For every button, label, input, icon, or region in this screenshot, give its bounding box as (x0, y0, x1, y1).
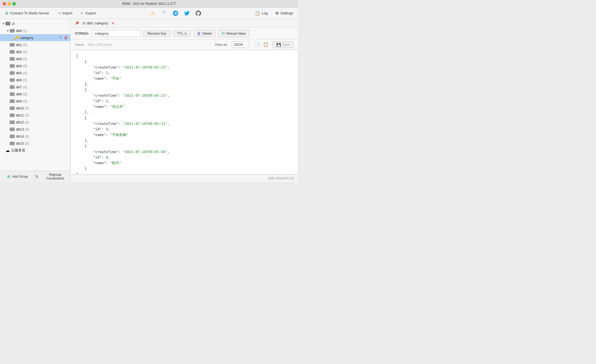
json-bracket: } (76, 167, 87, 171)
tree-node-db13[interactable]: db13 (0) (0, 126, 70, 133)
github-icon[interactable] (195, 10, 201, 16)
tree-node-db1[interactable]: db1 (0) (0, 41, 70, 48)
tree-node-db8[interactable]: db8 (0) (0, 90, 70, 98)
database-icon (10, 57, 15, 61)
expand-arrow-db0-icon: ▼ (7, 29, 10, 32)
json-line: }, (76, 110, 292, 115)
export-button[interactable]: ⇤ Export (79, 10, 98, 16)
close-key-button[interactable]: ✕ (111, 21, 115, 25)
plus-circle-icon: ⊕ (5, 11, 8, 16)
warning-icon[interactable]: ⚠ (150, 10, 156, 16)
node-label-db7: db7 (0) (16, 85, 68, 89)
twitter-icon[interactable] (184, 10, 190, 16)
json-token-plain (76, 122, 93, 126)
json-token-plain: : (106, 133, 110, 137)
edit-key-button[interactable]: ✎ (59, 35, 63, 40)
ttl-button[interactable]: TTL:-1 (173, 30, 191, 37)
close-button[interactable] (3, 2, 6, 5)
json-line: }, (76, 138, 292, 144)
connect-label: Connect To Redis Server (10, 11, 49, 15)
format-view-button[interactable]: 📄 (254, 41, 261, 48)
tree-node-cloud[interactable]: ☁ 云服务器 (0, 147, 70, 154)
json-token-plain: : (119, 150, 123, 154)
key-icon: 🔑 (14, 35, 19, 40)
database-icon (10, 92, 15, 96)
tree-node-category[interactable]: 🔑 category ✎ 🗑 (0, 34, 70, 41)
sidebar: ▼ zl ▼ db0 (1) 🔑 category ✎ (0, 19, 70, 182)
add-group-button[interactable]: ⊕ Add Group (0, 171, 35, 182)
json-token-plain: : (102, 71, 106, 75)
settings-label: Settings (280, 11, 293, 15)
tree-node-db5[interactable]: db5 (0) (0, 69, 70, 76)
json-token-key: "name" (93, 76, 106, 80)
add-group-icon: ⊕ (7, 174, 11, 179)
json-token-key: "createTime" (93, 122, 119, 126)
tree-node-db2[interactable]: db2 (0) (0, 48, 70, 55)
key-name-input[interactable] (92, 30, 141, 37)
json-line: "createTime": "2021-07-10T09:05:12", (76, 65, 292, 70)
minimize-button[interactable] (8, 2, 11, 5)
tree-node-zl[interactable]: ▼ zl (0, 20, 70, 27)
json-line: { (76, 87, 292, 93)
log-button[interactable]: 📋 Log (253, 10, 269, 17)
json-token-key: "id" (93, 71, 102, 75)
view-as-select[interactable]: JSON Text HEX (231, 41, 249, 48)
json-bracket: [ (76, 54, 78, 58)
log-icon: 📋 (255, 11, 260, 16)
json-line: }, (76, 82, 292, 87)
json-token-plain (76, 105, 93, 109)
rename-key-button[interactable]: Rename Key (143, 30, 170, 37)
json-line: "createTime": "2021-07-10T09:05:31", (76, 121, 292, 127)
connect-to-redis-button[interactable]: ⊕ Connect To Redis Server (3, 9, 51, 17)
import-button[interactable]: ⇥ Import (56, 10, 74, 16)
node-label-db5: db5 (0) (16, 71, 68, 75)
delete-key-button[interactable]: 🗑 Delete (193, 30, 215, 37)
json-editor[interactable]: [ { "createTime": "2021-07-10T09:05:12",… (70, 50, 298, 174)
tree-node-db3[interactable]: db3 (0) (0, 55, 70, 62)
settings-button[interactable]: ⚙ Settings (274, 10, 295, 17)
server-icon (5, 22, 10, 25)
tree-node-db11[interactable]: db11 (0) (0, 112, 70, 119)
tree-node-db12[interactable]: db12 (0) (0, 119, 70, 126)
database-icon (10, 135, 15, 138)
json-line: "id": 3, (76, 126, 292, 132)
telegram-icon[interactable] (173, 10, 179, 16)
node-label-zl: zl (12, 22, 68, 26)
delete-label: Delete (202, 32, 212, 35)
regroup-connections-button[interactable]: ⇅ Regroup Connections (35, 171, 70, 182)
tree-node-db14[interactable]: db14 (0) (0, 133, 70, 140)
node-label-db15: db15 (0) (16, 141, 68, 145)
tree-node-db15[interactable]: db15 (0) (0, 140, 70, 147)
json-token-key: "id" (93, 155, 102, 159)
export-icon: ⇤ (81, 11, 84, 15)
json-line: ] (76, 172, 292, 174)
json-token-string: "2021-07-10T09:05:23" (123, 93, 167, 98)
tree-node-db6[interactable]: db6 (0) (0, 76, 70, 83)
json-token-plain (76, 133, 93, 137)
export-label: Export (86, 11, 96, 15)
import-label: Import (62, 11, 72, 15)
delete-key-button[interactable]: 🗑 (64, 35, 68, 40)
main-layout: ▼ zl ▼ db0 (1) 🔑 category ✎ (0, 19, 298, 182)
json-bracket: }, (76, 82, 89, 86)
maximize-button[interactable] (12, 2, 16, 5)
json-token-plain: , (108, 127, 110, 131)
tree-node-db10[interactable]: db10 (0) (0, 105, 70, 112)
node-label-category: category (20, 36, 59, 40)
toolbar-right: 📋 Log ⚙ Settings (253, 10, 295, 17)
toolbar: ⊕ Connect To Redis Server ⇥ Import ⇤ Exp… (0, 8, 298, 19)
tree-node-db7[interactable]: db7 (0) (0, 83, 70, 90)
tree-node-db0[interactable]: ▼ db0 (1) (0, 27, 70, 34)
save-button[interactable]: 💾 Save (272, 41, 294, 48)
json-bracket: }, (76, 138, 89, 142)
reload-value-button[interactable]: ↻ Reload Value (218, 30, 249, 37)
tree-node-db9[interactable]: db9 (0) (0, 98, 70, 105)
json-line: "createTime": "2021-07-10T09:05:23", (76, 93, 292, 99)
tree-node-db4[interactable]: db4 (0) (0, 62, 70, 69)
help-icon[interactable]: ? (161, 10, 167, 16)
raw-view-button[interactable]: 📋 (263, 41, 269, 48)
node-label-db13: db13 (0) (16, 127, 68, 131)
content-area: 📌 zl::db0::category ✕ STRING: Rename Key… (70, 19, 298, 182)
titlebar: RDM - GUI for Redis® 2021.3.177 (0, 0, 298, 8)
content-footer: @稀土掘金技术社区 (70, 174, 298, 182)
